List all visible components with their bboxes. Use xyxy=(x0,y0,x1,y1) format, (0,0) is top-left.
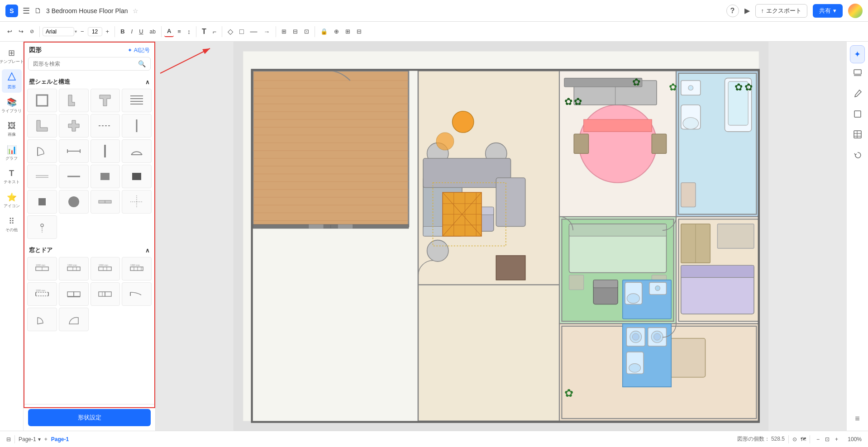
share-button[interactable]: 共有 ▾ xyxy=(813,4,843,18)
lock-button[interactable]: 🔒 xyxy=(318,26,330,37)
font-size-minus-button[interactable]: − xyxy=(78,26,87,37)
active-page-tab[interactable]: Page-1 xyxy=(51,436,69,442)
page-1-selector[interactable]: Page-1 ▾ xyxy=(19,436,41,442)
sidebar-item-shapes[interactable]: 図形 xyxy=(2,69,22,93)
sparkle-button[interactable]: ✦ xyxy=(850,45,865,63)
shape-circle[interactable] xyxy=(59,190,89,214)
sidebar-item-more[interactable]: ⠿ その他 xyxy=(2,214,22,236)
search-box[interactable]: 🔍 xyxy=(28,57,151,71)
line-height-button[interactable]: ↕ xyxy=(185,26,193,37)
shape-window-1300a[interactable]: 1300 mm xyxy=(59,257,89,281)
shape-door-swing1[interactable] xyxy=(27,308,57,331)
font-size-input[interactable]: 12 xyxy=(88,27,102,36)
connector-button[interactable]: ⌐ xyxy=(210,26,219,37)
shape-door-swing2[interactable] xyxy=(59,308,89,331)
redo-button[interactable]: ↪ xyxy=(16,26,26,37)
font-color-button[interactable]: A xyxy=(164,26,174,37)
italic-button[interactable]: I xyxy=(129,26,136,37)
shape-window-slide2[interactable] xyxy=(91,282,120,306)
sidebar-item-library[interactable]: 📚 ライブラリ xyxy=(2,95,22,117)
separator6 xyxy=(276,26,276,37)
help-button[interactable]: ? xyxy=(726,5,739,17)
sidebar-item-text[interactable]: T テキスト xyxy=(2,166,22,188)
shape-window-1200[interactable]: 1200 mm xyxy=(27,257,57,281)
ungroup-button[interactable]: ⊟ xyxy=(354,26,364,37)
format-button[interactable] xyxy=(849,65,866,84)
shape-arc-half[interactable] xyxy=(122,139,152,163)
sidebar-item-template[interactable]: ⊞ テンプレート xyxy=(2,45,22,67)
ai-badge[interactable]: ✦ AI記号 xyxy=(128,47,150,54)
svg-point-163 xyxy=(629,364,641,372)
border-style1-button[interactable]: — xyxy=(248,26,260,38)
favorite-icon[interactable]: ☆ xyxy=(133,7,138,14)
shape-block2[interactable] xyxy=(122,165,152,188)
shape-door-single[interactable]: 1200 mm xyxy=(27,282,57,306)
table-button[interactable] xyxy=(849,126,866,145)
zoom-plus-button[interactable]: + xyxy=(832,435,841,443)
shape-wall-lines[interactable] xyxy=(122,89,152,112)
shape-wall-dash[interactable] xyxy=(91,114,120,138)
floor-plan[interactable]: ✿ ✿ ✿ xyxy=(156,42,846,431)
shape-door-knob[interactable] xyxy=(27,215,57,239)
container-button[interactable]: ⊞ xyxy=(279,26,289,37)
shape-block1[interactable] xyxy=(91,165,120,188)
layers-button[interactable]: ⊙ xyxy=(792,436,797,442)
shape-wall-vert[interactable] xyxy=(91,139,120,163)
sidebar-item-image[interactable]: 🖼 画像 xyxy=(2,119,22,140)
shape-wall-cross[interactable] xyxy=(122,114,152,138)
search-input[interactable] xyxy=(33,61,135,67)
shape-config-button[interactable]: 形状設定 xyxy=(28,409,151,426)
zoom-minus-button[interactable]: − xyxy=(814,435,822,443)
underline-button[interactable]: U xyxy=(136,26,146,37)
shape-wall-t2[interactable] xyxy=(59,114,89,138)
shape-beam2[interactable] xyxy=(59,165,89,188)
extra1-button[interactable]: ⊟ xyxy=(290,26,300,37)
add-page-button[interactable]: + xyxy=(44,436,48,442)
section-windows-collapse-icon[interactable]: ∧ xyxy=(145,247,150,254)
shape-wall-rect[interactable] xyxy=(27,89,57,112)
shape-door-arc2[interactable] xyxy=(122,282,152,306)
align-button[interactable]: ≡ xyxy=(175,26,184,37)
strikethrough-button[interactable]: ab xyxy=(147,27,158,37)
shape-fill-button[interactable]: ◇ xyxy=(225,25,236,38)
count-value: 528.5 xyxy=(771,436,785,442)
arrange-button[interactable]: ⊕ xyxy=(331,26,342,37)
zoom-fit-icon[interactable]: ⊡ xyxy=(825,436,830,442)
shape-rect-small[interactable] xyxy=(27,190,57,214)
bold-button[interactable]: B xyxy=(118,26,127,37)
shape-cross-dot[interactable] xyxy=(122,190,152,214)
sidebar-item-graph[interactable]: 📊 グラフ xyxy=(2,142,22,164)
page-thumbnail-button[interactable]: ⊟ xyxy=(6,436,11,442)
sidebar-item-icon[interactable]: ⭐ アイコン xyxy=(2,190,22,212)
map-button[interactable]: 🗺 xyxy=(801,436,806,442)
undo-button[interactable]: ↩ xyxy=(5,26,15,37)
play-button[interactable]: ▶ xyxy=(744,6,750,15)
text-button[interactable]: T xyxy=(199,26,209,38)
menu-button[interactable]: ☰ xyxy=(23,6,30,16)
export-button[interactable]: ↑ エクスポート xyxy=(755,4,808,18)
shape-window[interactable] xyxy=(91,190,120,214)
shape-beam[interactable] xyxy=(59,139,89,163)
pen-button[interactable] xyxy=(849,86,866,104)
group-button[interactable]: ⊞ xyxy=(343,26,353,37)
history-button[interactable] xyxy=(849,147,866,165)
border-style2-button[interactable]: → xyxy=(261,26,273,37)
section-walls-collapse-icon[interactable]: ∧ xyxy=(145,79,150,86)
shape-window-slide[interactable] xyxy=(59,282,89,306)
shape-window-1300b[interactable]: 1300 mm xyxy=(91,257,120,281)
shape-wall-l[interactable] xyxy=(59,89,89,112)
shape-wall-corner[interactable] xyxy=(27,114,57,138)
shape-wall-thin[interactable] xyxy=(27,165,57,188)
format-painter-button[interactable]: ⊘ xyxy=(27,27,37,36)
user-avatar[interactable] xyxy=(848,4,863,18)
crop-button[interactable] xyxy=(849,106,866,124)
shape-wall-t[interactable] xyxy=(91,89,120,112)
shape-window-1300c[interactable]: 1300 mm xyxy=(122,257,152,281)
menu-button-right[interactable]: ≡ xyxy=(851,410,863,427)
shape-door-arc[interactable] xyxy=(27,139,57,163)
canvas-area[interactable]: ✿ ✿ ✿ xyxy=(156,42,846,431)
extra2-button[interactable]: ⊡ xyxy=(301,26,312,37)
border-button[interactable]: □ xyxy=(237,26,247,38)
font-size-plus-button[interactable]: + xyxy=(103,26,112,37)
font-family-dropdown[interactable]: Arial ▾ xyxy=(43,27,77,36)
